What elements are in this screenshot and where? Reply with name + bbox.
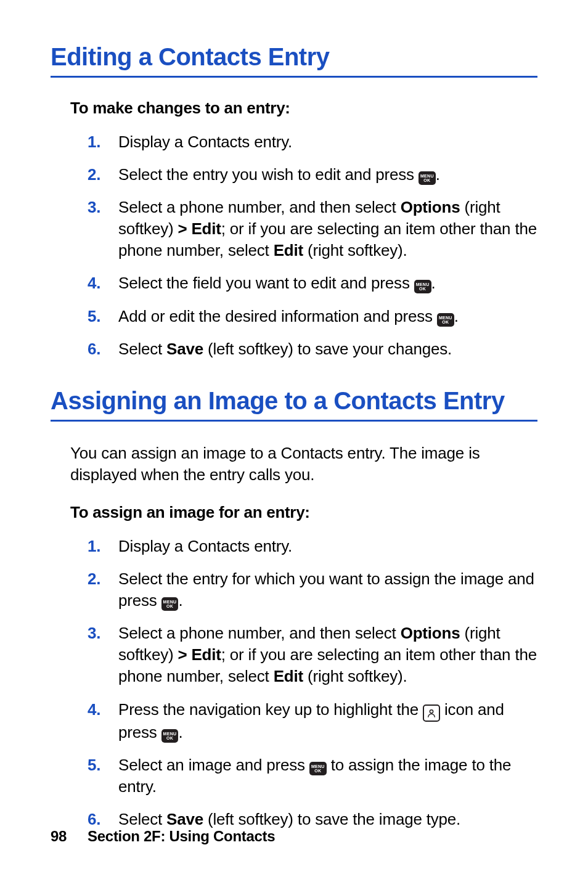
step-text: Select (118, 810, 166, 828)
step-text: Display a Contacts entry. (118, 537, 292, 555)
instruction-title-make-changes: To make changes to an entry: (51, 99, 537, 118)
step-item: Select an image and press MENUOK to assi… (88, 754, 537, 798)
step-item: Select the entry you wish to edit and pr… (88, 164, 537, 186)
page-number: 98 (51, 828, 67, 844)
step-text: (right softkey). (303, 667, 407, 685)
heading-editing-contacts: Editing a Contacts Entry (51, 43, 537, 78)
menu-ok-icon: MENUOK (419, 171, 436, 185)
ui-term-edit: Edit (191, 219, 221, 238)
step-item: Press the navigation key up to highlight… (88, 699, 537, 743)
ui-term-edit: Edit (274, 667, 303, 685)
step-text: Add or edit the desired information and … (118, 307, 437, 325)
step-text: Select the entry you wish to edit and pr… (118, 165, 419, 184)
ui-term-edit: Edit (274, 241, 303, 259)
section-label: Section 2F: Using Contacts (88, 828, 275, 844)
ui-term-edit: Edit (191, 645, 221, 664)
menu-ok-icon: MENUOK (161, 597, 179, 611)
step-text: . (431, 274, 436, 292)
instruction-title-assign-image: To assign an image for an entry: (51, 503, 537, 522)
step-text: Select the field you want to edit and pr… (118, 274, 414, 292)
menu-ok-icon: MENUOK (309, 762, 327, 775)
step-text: Select an image and press (118, 756, 309, 774)
menu-ok-icon: MENUOK (161, 729, 179, 743)
step-item: Select the field you want to edit and pr… (88, 272, 537, 294)
page-footer: 98Section 2F: Using Contacts (51, 828, 275, 845)
steps-editing-contacts: Display a Contacts entry. Select the ent… (51, 131, 537, 360)
menu-ok-icon: MENUOK (414, 280, 431, 293)
picture-id-icon (423, 704, 440, 722)
ui-term-gt: > (178, 219, 187, 238)
svg-point-0 (430, 709, 433, 713)
step-text: . (454, 307, 459, 325)
ui-term-save: Save (166, 810, 203, 828)
step-text: Select a phone number, and then select (118, 624, 401, 642)
ui-term-gt: > (178, 645, 187, 664)
ui-term-options: Options (401, 624, 460, 642)
ui-term-options: Options (401, 198, 460, 216)
step-item: Select Save (left softkey) to save your … (88, 338, 537, 360)
step-text: (right softkey). (303, 241, 407, 259)
step-item: Select Save (left softkey) to save the i… (88, 809, 537, 830)
step-item: Select a phone number, and then select O… (88, 623, 537, 687)
step-text: . (178, 591, 182, 610)
manual-page: Editing a Contacts Entry To make changes… (0, 0, 588, 882)
step-text: . (436, 165, 440, 184)
step-item: Display a Contacts entry. (88, 536, 537, 557)
step-text: Display a Contacts entry. (118, 133, 292, 151)
step-text: (left softkey) to save the image type. (203, 810, 460, 828)
step-text: Press the navigation key up to highlight… (118, 700, 423, 719)
step-item: Display a Contacts entry. (88, 131, 537, 153)
steps-assign-image: Display a Contacts entry. Select the ent… (51, 536, 537, 830)
step-text: (left softkey) to save your changes. (203, 340, 452, 358)
step-item: Select a phone number, and then select O… (88, 197, 537, 261)
step-text: Select (118, 340, 166, 358)
step-item: Add or edit the desired information and … (88, 306, 537, 327)
step-text: Select a phone number, and then select (118, 198, 401, 216)
ui-term-save: Save (166, 340, 203, 358)
menu-ok-icon: MENUOK (437, 313, 454, 327)
intro-paragraph: You can assign an image to a Contacts en… (51, 443, 537, 486)
step-item: Select the entry for which you want to a… (88, 568, 537, 611)
step-text: . (178, 723, 182, 741)
heading-assign-image: Assigning an Image to a Contacts Entry (51, 387, 537, 422)
